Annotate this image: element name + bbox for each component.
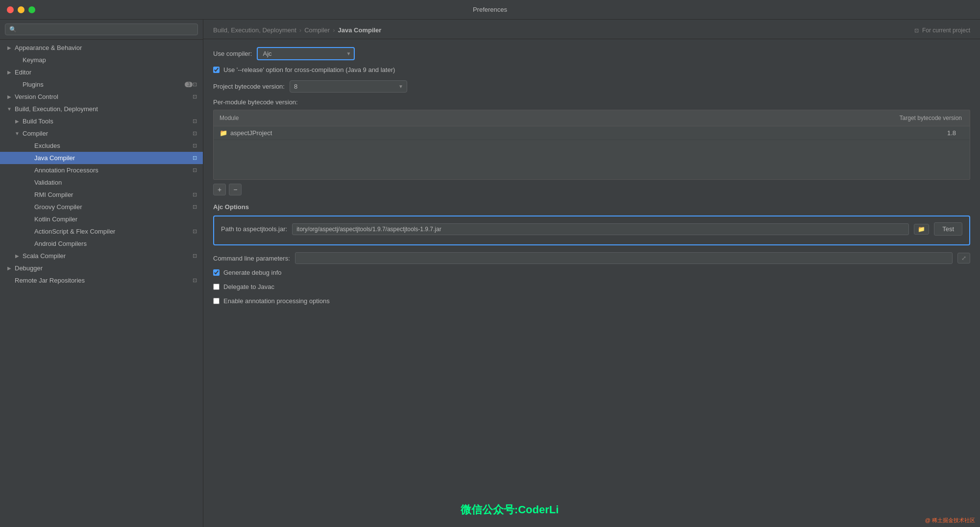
release-option-checkbox[interactable] xyxy=(213,67,220,73)
sidebar-item-editor[interactable]: ▶ Editor xyxy=(0,66,203,78)
breadcrumb-path: Build, Execution, Deployment › Compiler … xyxy=(213,26,381,34)
sidebar-item-appearance[interactable]: ▶ Appearance & Behavior xyxy=(0,42,203,54)
sidebar-item-annotation[interactable]: Annotation Processors ⊡ xyxy=(0,164,203,176)
arrow-plugins xyxy=(14,81,21,88)
sidebar-item-compiler[interactable]: ▼ Compiler ⊡ xyxy=(0,127,203,140)
expand-arrow-compiler: ▼ xyxy=(14,130,21,137)
sidebar-item-scala[interactable]: ▶ Scala Compiler ⊡ xyxy=(0,250,203,262)
expand-arrow-editor: ▶ xyxy=(6,69,13,76)
arrow-rjar xyxy=(6,277,13,284)
path-input[interactable] xyxy=(292,223,909,235)
delegate-label: Delegate to Javac xyxy=(223,283,274,290)
sidebar-item-remote-jar[interactable]: Remote Jar Repositories ⊡ xyxy=(0,274,203,287)
sidebar-item-build-tools[interactable]: ▶ Build Tools ⊡ xyxy=(0,115,203,127)
sidebar-item-excludes[interactable]: Excludes ⊡ xyxy=(0,140,203,152)
sidebar-item-label: Editor xyxy=(15,69,197,76)
col-target: Target bytecode version xyxy=(872,113,970,123)
expand-arrow-appearance: ▶ xyxy=(6,45,13,51)
sync-icon-scala: ⊡ xyxy=(193,253,197,259)
sidebar-item-debugger[interactable]: ▶ Debugger xyxy=(0,262,203,274)
sidebar-item-label: Build, Execution, Deployment xyxy=(15,105,197,113)
close-button[interactable] xyxy=(7,6,14,13)
arrow-rmi xyxy=(25,192,32,198)
search-input[interactable] xyxy=(5,24,198,35)
cmdline-row: Command line parameters: ⤢ xyxy=(213,252,970,264)
expand-arrow-build: ▼ xyxy=(6,106,13,113)
module-name: aspectJProject xyxy=(230,129,866,137)
remove-module-button[interactable]: − xyxy=(229,184,242,195)
sidebar-nav: ▶ Appearance & Behavior Keymap ▶ Editor … xyxy=(0,40,203,527)
watermark: 微信公众号:CoderLi xyxy=(461,503,559,517)
path-row: Path to aspectjtools.jar: 📁 Test xyxy=(221,222,962,236)
sidebar-item-version-control[interactable]: ▶ Version Control ⊡ xyxy=(0,91,203,103)
bytecode-select[interactable]: 8 11 17 xyxy=(290,80,407,93)
module-version: 1.8 xyxy=(866,129,964,137)
expand-arrow-vc: ▶ xyxy=(6,94,13,100)
plugins-badge: 3 xyxy=(185,82,193,87)
search-box xyxy=(0,20,203,40)
sidebar-item-label: Debugger xyxy=(15,264,197,272)
sidebar-item-android[interactable]: Android Compilers xyxy=(0,238,203,250)
use-compiler-row: Use compiler: Ajc Javac Eclipse ▼ xyxy=(213,47,970,60)
for-project-label: ⊡ For current project xyxy=(914,27,970,34)
breadcrumb-part1: Build, Execution, Deployment xyxy=(213,26,296,34)
delegate-checkbox[interactable] xyxy=(213,284,220,290)
title-bar: Preferences xyxy=(0,0,980,20)
sidebar-item-label: Groovy Compiler xyxy=(34,203,193,211)
arrow-excludes xyxy=(25,143,32,149)
path-label: Path to aspectjtools.jar: xyxy=(221,225,287,233)
sidebar: ▶ Appearance & Behavior Keymap ▶ Editor … xyxy=(0,20,203,527)
sidebar-item-java-compiler[interactable]: Java Compiler ⊡ xyxy=(0,152,203,164)
sidebar-item-label: Plugins xyxy=(23,81,185,88)
sidebar-item-label: Scala Compiler xyxy=(23,252,193,260)
arrow-kotlin xyxy=(25,216,32,223)
sync-icon-ann: ⊡ xyxy=(193,167,197,173)
generate-debug-checkbox[interactable] xyxy=(213,269,220,276)
sync-icon-jc: ⊡ xyxy=(193,155,197,161)
compiler-select[interactable]: Ajc Javac Eclipse xyxy=(257,47,355,60)
sidebar-item-label: RMI Compiler xyxy=(34,191,193,198)
col-module: Module xyxy=(214,113,872,123)
sidebar-item-actionscript[interactable]: ActionScript & Flex Compiler ⊡ xyxy=(0,225,203,238)
content-area: Build, Execution, Deployment › Compiler … xyxy=(203,20,980,527)
sync-icon-compiler: ⊡ xyxy=(193,130,197,137)
sidebar-item-label: Build Tools xyxy=(23,118,193,125)
arrow-as xyxy=(25,228,32,235)
maximize-button[interactable] xyxy=(28,6,35,13)
generate-debug-row: Generate debug info xyxy=(213,269,970,276)
test-button[interactable]: Test xyxy=(934,222,962,236)
arrow-java-compiler xyxy=(25,155,32,162)
expand-button[interactable]: ⤢ xyxy=(957,253,970,264)
annotation-checkbox[interactable] xyxy=(213,298,220,304)
traffic-lights[interactable] xyxy=(7,6,35,13)
arrow-android xyxy=(25,240,32,247)
window-title: Preferences xyxy=(473,6,507,13)
table-row[interactable]: 📁 aspectJProject 1.8 xyxy=(214,126,970,140)
per-module-label: Per-module bytecode version: xyxy=(213,98,970,106)
sidebar-item-plugins[interactable]: Plugins 3 ⊡ xyxy=(0,78,203,91)
cmdline-input[interactable] xyxy=(295,252,953,264)
sidebar-item-rmi[interactable]: RMI Compiler ⊡ xyxy=(0,189,203,201)
sync-icon-bt: ⊡ xyxy=(193,118,197,124)
sidebar-item-label: Compiler xyxy=(23,130,193,137)
use-compiler-label: Use compiler: xyxy=(213,50,252,57)
annotation-row: Enable annotation processing options xyxy=(213,297,970,305)
sidebar-item-build-execution[interactable]: ▼ Build, Execution, Deployment xyxy=(0,103,203,115)
breadcrumb: Build, Execution, Deployment › Compiler … xyxy=(203,20,980,39)
minimize-button[interactable] xyxy=(18,6,24,13)
browse-button[interactable]: 📁 xyxy=(914,224,929,235)
add-module-button[interactable]: + xyxy=(213,184,226,195)
release-option-row: Use '--release' option for cross-compila… xyxy=(213,66,970,73)
breadcrumb-sep1: › xyxy=(299,26,301,34)
generate-debug-label: Generate debug info xyxy=(223,269,282,276)
sidebar-item-groovy[interactable]: Groovy Compiler ⊡ xyxy=(0,201,203,213)
sidebar-item-validation[interactable]: Validation xyxy=(0,176,203,189)
main-container: ▶ Appearance & Behavior Keymap ▶ Editor … xyxy=(0,20,980,527)
sidebar-item-keymap[interactable]: Keymap xyxy=(0,54,203,66)
table-header: Module Target bytecode version xyxy=(214,110,970,126)
sidebar-item-label: Excludes xyxy=(34,142,193,149)
content-body: Use compiler: Ajc Javac Eclipse ▼ Use '-… xyxy=(203,39,980,319)
sidebar-item-kotlin[interactable]: Kotlin Compiler xyxy=(0,213,203,225)
ajc-options-box: Path to aspectjtools.jar: 📁 Test xyxy=(213,216,970,245)
arrow-keymap xyxy=(14,57,21,64)
